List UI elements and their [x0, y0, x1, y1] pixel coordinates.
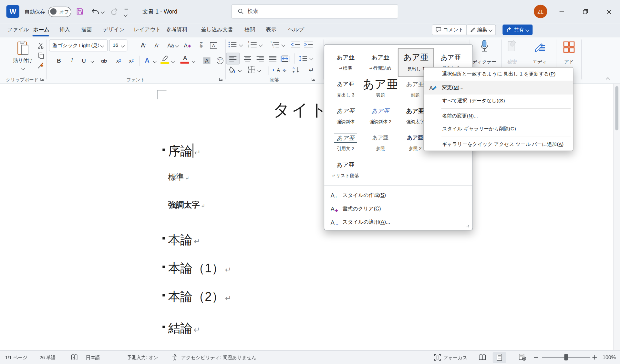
- zoom-slider-thumb[interactable]: [564, 354, 568, 360]
- decrease-indent-button[interactable]: [291, 41, 300, 48]
- ime-prediction-indicator[interactable]: 予測入力: オン: [127, 355, 158, 361]
- style-item-title[interactable]: あア亜 表題: [364, 76, 397, 101]
- customize-qat-button[interactable]: [124, 9, 129, 18]
- justify-button[interactable]: [267, 53, 278, 64]
- doc-heading-line[interactable]: 本論（2）↵: [168, 288, 231, 305]
- tab-view[interactable]: 表示: [266, 26, 276, 33]
- style-item-emphasis[interactable]: あア亜 強調斜体: [329, 103, 362, 128]
- zoom-in-button[interactable]: [592, 355, 597, 360]
- resize-grip-icon[interactable]: [466, 225, 470, 228]
- menu-item-select-all[interactable]: すべて選択: (データなし)(S): [424, 95, 573, 107]
- search-input[interactable]: 検索: [231, 4, 398, 18]
- focus-mode-icon[interactable]: [434, 354, 441, 361]
- editing-mode-button[interactable]: 編集: [466, 25, 496, 35]
- tab-design[interactable]: デザイン: [103, 26, 125, 33]
- word-count[interactable]: 26 単語: [39, 355, 56, 361]
- copy-button[interactable]: [36, 52, 45, 59]
- close-button[interactable]: [600, 0, 618, 23]
- undo-button[interactable]: [90, 6, 100, 17]
- subscript-button[interactable]: x2: [114, 56, 123, 65]
- autosave-toggle[interactable]: オフ: [48, 7, 71, 17]
- avatar[interactable]: ZL: [534, 5, 547, 18]
- scrollbar-thumb[interactable]: [615, 86, 618, 130]
- shading-button[interactable]: [229, 66, 236, 73]
- save-button[interactable]: [75, 7, 85, 16]
- style-item-normal[interactable]: あア亜 ↵標準: [329, 49, 362, 75]
- borders-button[interactable]: [248, 66, 255, 74]
- doc-heading-line[interactable]: 本論（1）↵: [168, 260, 231, 277]
- tab-help[interactable]: ヘルプ: [288, 26, 304, 33]
- print-layout-icon[interactable]: [497, 354, 502, 361]
- menu-item-update-style[interactable]: 選択個所と一致するように 見出し 1 を更新する(P): [424, 67, 573, 80]
- font-name-select[interactable]: 游ゴシック Light (見出し: [49, 39, 108, 51]
- text-effects-button[interactable]: A: [142, 56, 152, 65]
- line-spacing-button[interactable]: [297, 53, 308, 64]
- vertical-scrollbar[interactable]: [613, 84, 620, 350]
- underline-button[interactable]: U: [80, 56, 88, 65]
- menu-item-remove-from-gallery[interactable]: スタイル ギャラリーから削除(G): [424, 123, 573, 136]
- doc-heading-line[interactable]: 結論↵: [168, 320, 200, 337]
- strikethrough-button[interactable]: ab: [99, 56, 109, 65]
- multilevel-list-dropdown-icon[interactable]: [281, 43, 285, 47]
- comments-button[interactable]: コメント: [432, 25, 467, 35]
- tab-layout[interactable]: レイアウト: [134, 26, 161, 33]
- underline-dropdown-icon[interactable]: [90, 59, 94, 63]
- numbered-list-dropdown-icon[interactable]: [259, 43, 263, 47]
- phonetic-guide-button[interactable]: ア亜: [196, 40, 206, 51]
- focus-mode-label[interactable]: フォーカス: [443, 355, 468, 361]
- enclose-characters-button[interactable]: 字: [215, 56, 224, 65]
- word-logo-icon[interactable]: W: [6, 5, 19, 18]
- doc-bold-line[interactable]: 強調太字↵: [168, 200, 205, 210]
- superscript-button[interactable]: x2: [127, 56, 136, 65]
- align-right-button[interactable]: [255, 53, 266, 64]
- doc-normal-line[interactable]: 標準↵: [168, 172, 189, 183]
- read-mode-icon[interactable]: [479, 354, 486, 360]
- highlight-button[interactable]: [160, 55, 170, 64]
- undo-dropdown-icon[interactable]: [101, 10, 105, 14]
- zoom-percent[interactable]: 100%: [603, 355, 616, 360]
- line-spacing-dropdown-icon[interactable]: [309, 56, 313, 60]
- font-dialog-launcher-icon[interactable]: [219, 77, 223, 81]
- cut-button[interactable]: [36, 42, 45, 50]
- tab-insert[interactable]: 挿入: [59, 26, 70, 33]
- align-center-button[interactable]: [242, 53, 253, 64]
- menu-item-rename[interactable]: 名前の変更(N)...: [424, 109, 573, 122]
- change-case-button[interactable]: Aa: [166, 41, 180, 50]
- shading-dropdown-icon[interactable]: [238, 68, 242, 72]
- style-item-quote2[interactable]: あア亜 引用文 2: [329, 130, 362, 155]
- bold-button[interactable]: B: [55, 56, 63, 65]
- proofing-icon[interactable]: [71, 354, 78, 360]
- sort-button[interactable]: A Z: [291, 65, 301, 75]
- editor-button[interactable]: エディ: [527, 37, 553, 53]
- page-indicator[interactable]: 1/1 ページ: [5, 355, 27, 361]
- increase-indent-button[interactable]: [304, 41, 313, 48]
- numbered-list-button[interactable]: 1 2 3: [248, 41, 257, 48]
- format-painter-button[interactable]: [36, 61, 45, 70]
- share-button[interactable]: 共有: [502, 25, 532, 35]
- style-item-emphasis2[interactable]: あア亜 強調斜体 2: [364, 103, 397, 128]
- show-formatting-marks-button[interactable]: ↵: [306, 65, 316, 75]
- style-item-heading3[interactable]: あア亜 見出し 3: [329, 76, 362, 101]
- accessibility-icon[interactable]: [171, 354, 178, 361]
- style-item-no-spacing[interactable]: あア亜 ↵行間詰め: [364, 49, 397, 75]
- paragraph-dialog-launcher-icon[interactable]: [312, 77, 315, 81]
- italic-button[interactable]: I: [68, 56, 76, 65]
- accessibility-status[interactable]: アクセシビリティ: 問題ありません: [181, 355, 256, 361]
- dictate-button[interactable]: ディクテー: [470, 37, 498, 54]
- character-border-button[interactable]: A: [209, 41, 218, 50]
- doc-heading-line[interactable]: 本論↵: [168, 232, 200, 248]
- apply-styles-button[interactable]: A→ スタイルの適用(A)...: [324, 215, 472, 229]
- borders-dropdown-icon[interactable]: [257, 68, 261, 72]
- zoom-out-button[interactable]: [534, 357, 538, 358]
- add-ins-button[interactable]: アド: [557, 37, 581, 53]
- clear-formatting-button[interactable]: A◆: [182, 41, 193, 50]
- redo-button[interactable]: [109, 6, 119, 17]
- character-shading-button[interactable]: A: [202, 56, 212, 65]
- doc-heading-line[interactable]: 序論↵: [168, 143, 201, 159]
- tab-file[interactable]: ファイル: [7, 26, 29, 33]
- collapse-ribbon-icon[interactable]: [606, 77, 610, 81]
- paste-button[interactable]: 貼り付け: [11, 40, 35, 71]
- align-left-button[interactable]: [226, 53, 240, 65]
- bullet-list-button[interactable]: [228, 41, 237, 48]
- highlight-dropdown-icon[interactable]: [171, 59, 175, 63]
